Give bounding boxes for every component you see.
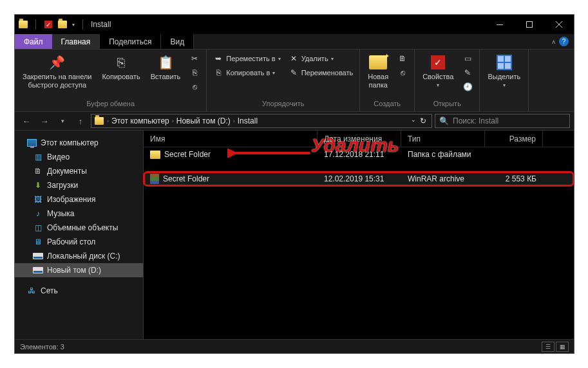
svg-rect-0 [497, 24, 503, 25]
tab-home[interactable]: Главная [52, 34, 100, 49]
file-row-selected[interactable]: Secret Folder 12.02.2019 15:31 WinRAR ar… [144, 172, 574, 186]
desktop-icon: 🖥 [33, 237, 43, 247]
archive-icon [150, 174, 159, 184]
music-icon: ♪ [33, 208, 43, 219]
qat-dropdown-icon[interactable]: ▾ [72, 22, 75, 28]
delete-button[interactable]: ✕Удалить▾ [286, 52, 356, 65]
rename-button[interactable]: ✎Переименовать [286, 66, 356, 79]
properties-icon: ✓ [429, 53, 447, 71]
copypath-button[interactable]: ⎘ [187, 66, 202, 79]
paste-shortcut-button[interactable]: ⎋ [187, 80, 202, 93]
path-thispc[interactable]: Этот компьютер [111, 116, 169, 125]
file-list: Имя Дата изменения Тип Размер Secret Fol… [144, 131, 574, 339]
help-icon[interactable]: ? [559, 37, 569, 46]
delete-icon: ✕ [289, 53, 299, 64]
svg-rect-1 [527, 22, 533, 28]
menu-file[interactable]: Файл [15, 34, 52, 49]
file-row[interactable]: Secret Folder 17.12.2018 21:11 Папка с ф… [144, 147, 574, 161]
edit-icon: ✎ [462, 68, 473, 78]
folder-icon [94, 116, 104, 126]
col-size[interactable]: Размер [485, 131, 543, 147]
organize-group-label: Упорядочить [211, 100, 356, 111]
history-button[interactable]: 🕘 [460, 80, 475, 93]
forward-button[interactable]: → [37, 113, 52, 129]
paste-button[interactable]: 📋 Вставить [147, 51, 185, 84]
pin-icon: 📌 [48, 53, 66, 71]
refresh-icon[interactable]: ↻ [420, 116, 426, 125]
cut-button[interactable]: ✂ [187, 52, 202, 65]
newitem-button[interactable]: 🗎 [395, 52, 410, 65]
select-icon [495, 53, 513, 71]
sidebar-item-pictures[interactable]: 🖼Изображения [15, 192, 143, 207]
chevron-right-icon[interactable]: › [106, 118, 110, 124]
search-icon: 🔍 [439, 116, 449, 125]
copyto-icon: ⎘ [213, 68, 223, 78]
sidebar-item-thispc[interactable]: Этот компьютер [15, 136, 143, 150]
ribbon: 📌 Закрепить на панели быстрого доступа ⎘… [15, 50, 574, 111]
sidebar-item-documents[interactable]: 🗎Документы [15, 164, 143, 178]
view-details-icon[interactable]: ☰ [542, 342, 555, 352]
separator [35, 19, 36, 30]
sidebar-item-videos[interactable]: ▥Видео [15, 150, 143, 164]
maximize-button[interactable] [515, 15, 544, 34]
back-button[interactable]: ← [19, 113, 34, 129]
qat-properties-icon[interactable]: ✓ [44, 20, 53, 29]
edit-button[interactable]: ✎ [460, 66, 475, 79]
col-type[interactable]: Тип [401, 131, 485, 147]
up-button[interactable]: ↑ [73, 113, 88, 129]
dropdown-icon[interactable]: ⌄ [411, 116, 416, 125]
copy-button[interactable]: ⎘ Копировать [98, 51, 144, 84]
easyaccess-button[interactable]: ⎋ [395, 66, 410, 79]
view-large-icon[interactable]: ▦ [556, 342, 569, 352]
shortcut-icon: ⎋ [189, 82, 200, 92]
col-name[interactable]: Имя [144, 131, 318, 147]
sidebar-item-disk-d[interactable]: Новый том (D:) [15, 263, 143, 277]
copyto-button[interactable]: ⎘Копировать в▾ [211, 66, 283, 79]
videos-icon: ▥ [33, 152, 43, 162]
sidebar-item-3dobjects[interactable]: ◫Объемные объекты [15, 221, 143, 235]
newfolder-icon [369, 53, 387, 71]
close-button[interactable] [544, 15, 574, 34]
menubar: Файл Главная Поделиться Вид ʌ ? [15, 34, 574, 50]
open-icon: ▭ [462, 53, 473, 64]
sidebar-item-downloads[interactable]: ⬇Загрузки [15, 178, 143, 192]
app-icon [19, 20, 28, 29]
select-button[interactable]: Выделить▾ [484, 51, 524, 91]
titlebar[interactable]: ✓ ▾ Install [15, 15, 574, 34]
path-volume[interactable]: Новый том (D:) [176, 116, 231, 125]
newitem-icon: 🗎 [397, 53, 408, 64]
search-input[interactable]: 🔍 Поиск: Install [435, 114, 570, 128]
sidebar-item-disk-c[interactable]: Локальный диск (C:) [15, 249, 143, 263]
chevron-right-icon[interactable]: › [171, 118, 175, 124]
window-title: Install [91, 20, 111, 29]
clipboard-group-label: Буфер обмена [19, 100, 202, 111]
file-explorer-window: ✓ ▾ Install Файл Главная Поделиться Вид … [14, 14, 574, 354]
sidebar-item-music[interactable]: ♪Музыка [15, 207, 143, 221]
documents-icon: 🗎 [33, 166, 43, 176]
col-date[interactable]: Дата изменения [318, 131, 401, 147]
column-headers[interactable]: Имя Дата изменения Тип Размер [144, 131, 574, 147]
pin-button[interactable]: 📌 Закрепить на панели быстрого доступа [19, 51, 95, 92]
objects3d-icon: ◫ [33, 223, 43, 233]
path-folder[interactable]: Install [238, 116, 258, 125]
network-icon: 🖧 [26, 286, 37, 296]
chevron-right-icon[interactable]: › [232, 118, 236, 124]
sidebar-item-network[interactable]: 🖧Сеть [15, 284, 143, 298]
ribbon-collapse-icon[interactable]: ʌ [552, 39, 555, 45]
select-group-label [484, 100, 524, 111]
newfolder-button[interactable]: Новая папка [364, 51, 392, 92]
address-bar: ← → ▾ ↑ › Этот компьютер › Новый том (D:… [15, 111, 574, 131]
tab-share[interactable]: Поделиться [100, 34, 161, 49]
rename-icon: ✎ [289, 68, 299, 78]
properties-button[interactable]: ✓ Свойства▾ [419, 51, 457, 91]
sidebar-item-desktop[interactable]: 🖥Рабочий стол [15, 235, 143, 249]
drive-icon [33, 251, 43, 261]
open-button[interactable]: ▭ [460, 52, 475, 65]
recent-button[interactable]: ▾ [55, 113, 70, 129]
breadcrumb[interactable]: › Этот компьютер › Новый том (D:) › Inst… [91, 114, 432, 128]
separator [82, 19, 83, 30]
tab-view[interactable]: Вид [161, 34, 194, 49]
qat-newfolder-icon[interactable] [58, 20, 67, 29]
minimize-button[interactable] [485, 15, 515, 34]
moveto-button[interactable]: ➥Переместить в▾ [211, 52, 283, 65]
